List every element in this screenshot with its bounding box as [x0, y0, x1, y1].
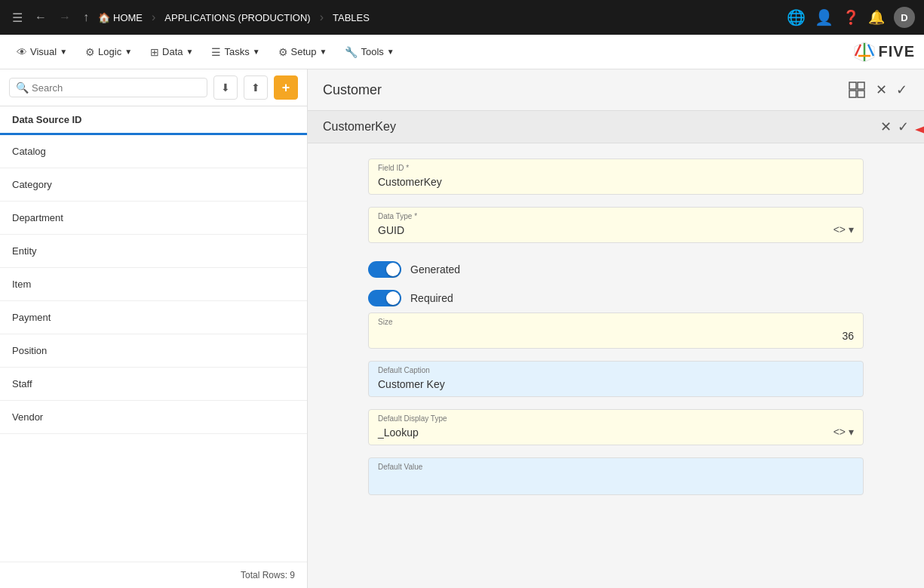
list-item-vendor[interactable]: Vendor: [0, 401, 307, 434]
help-icon[interactable]: ❓: [843, 9, 859, 26]
top-nav: ☰ ← → ↑ 🏠 HOME › APPLICATIONS (PRODUCTIO…: [0, 0, 924, 35]
default-display-type-field[interactable]: Default Display Type _Lookup <> ▾: [368, 409, 864, 445]
grid-icon: [849, 82, 865, 98]
size-label: Size: [378, 318, 392, 326]
menu-data[interactable]: ⊞ Data ▼: [143, 42, 201, 63]
field-id-field[interactable]: Field ID * CustomerKey: [368, 159, 864, 195]
list-item-department[interactable]: Department: [0, 202, 307, 235]
menu-icon[interactable]: ☰: [9, 8, 26, 28]
sidebar-header: Data Source ID: [0, 106, 307, 135]
menu-setup-label: Setup: [291, 46, 317, 57]
chevron-down-icon[interactable]: ▾: [849, 223, 854, 236]
upload-button[interactable]: ⬆: [244, 75, 268, 100]
five-text: FIVE: [879, 43, 915, 60]
back-icon[interactable]: ←: [32, 8, 50, 27]
svg-rect-5: [849, 82, 856, 89]
search-icon: 🔍: [16, 82, 29, 94]
app-label[interactable]: APPLICATIONS (PRODUCTION): [164, 12, 310, 23]
data-type-value: GUID: [378, 224, 404, 236]
menu-visual-label: Visual: [30, 46, 57, 57]
panel-close-icon[interactable]: ✕: [874, 80, 889, 100]
size-field[interactable]: Size 36: [368, 312, 864, 349]
tasks-dropdown-icon: ▼: [253, 48, 260, 56]
eye-icon: 👁: [17, 46, 27, 58]
user-avatar[interactable]: D: [894, 7, 915, 28]
sep2: ›: [320, 11, 324, 24]
sub-panel-header: CustomerKey ✕ ✓: [308, 111, 924, 143]
default-caption-field[interactable]: Default Caption Customer Key: [368, 361, 864, 397]
home-label: HOME: [113, 12, 143, 23]
logic-dropdown-icon: ▼: [124, 48, 132, 56]
support-icon[interactable]: 👤: [815, 8, 833, 26]
size-group: Size 36: [368, 312, 864, 349]
required-toggle[interactable]: [368, 290, 401, 306]
home-link[interactable]: 🏠 HOME: [98, 12, 143, 23]
tools-dropdown-icon: ▼: [387, 48, 394, 56]
list-item-staff[interactable]: Staff: [0, 368, 307, 401]
sub-close-icon[interactable]: ✕: [880, 119, 892, 135]
forward-icon[interactable]: →: [56, 8, 74, 27]
panel-confirm-icon[interactable]: ✓: [895, 80, 909, 100]
add-button[interactable]: +: [274, 75, 298, 100]
five-logo: FIVE: [853, 41, 915, 63]
menu-setup[interactable]: ⚙ Setup ▼: [271, 42, 335, 63]
panel-header-actions: ✕ ✓: [846, 79, 909, 101]
display-type-icons: <> ▾: [833, 426, 854, 438]
default-display-type-group: Default Display Type _Lookup <> ▾: [368, 409, 864, 445]
default-value-field[interactable]: Default Value: [368, 457, 864, 495]
cloud-icon[interactable]: 🌐: [787, 8, 806, 26]
menu-visual[interactable]: 👁 Visual ▼: [9, 42, 75, 63]
sub-panel-title: CustomerKey: [323, 120, 396, 134]
bell-icon[interactable]: 🔔: [868, 9, 885, 26]
logic-icon: ⚙: [85, 46, 95, 58]
grid-view-button[interactable]: [846, 79, 868, 101]
list-item-entity[interactable]: Entity: [0, 235, 307, 268]
menu-tools[interactable]: 🔧 Tools ▼: [337, 42, 401, 63]
list-item-category[interactable]: Category: [0, 168, 307, 202]
sidebar-footer: Total Rows: 9: [0, 562, 307, 588]
field-id-label: Field ID *: [378, 164, 409, 172]
menu-tasks[interactable]: ☰ Tasks ▼: [204, 42, 267, 63]
menu-bar: 👁 Visual ▼ ⚙ Logic ▼ ⊞ Data ▼ ☰ Tasks ▼ …: [0, 35, 924, 69]
data-dropdown-icon: ▼: [186, 48, 194, 56]
setup-dropdown-icon: ▼: [320, 48, 327, 56]
generated-row: Generated: [368, 255, 864, 284]
top-nav-right: 🌐 👤 ❓ 🔔 D: [787, 7, 915, 28]
tables-label: TABLES: [333, 12, 370, 23]
sub-panel-actions: ✕ ✓: [880, 119, 909, 135]
list-item-item[interactable]: Item: [0, 268, 307, 301]
default-value-label: Default Value: [378, 463, 422, 471]
list-item-catalog[interactable]: Catalog: [0, 135, 307, 168]
display-chevron-down-icon[interactable]: ▾: [849, 426, 854, 438]
download-button[interactable]: ⬇: [213, 75, 238, 100]
search-box[interactable]: 🔍: [9, 78, 207, 97]
menu-logic[interactable]: ⚙ Logic ▼: [78, 42, 140, 63]
list-item-payment[interactable]: Payment: [0, 301, 307, 334]
data-type-icons: <> ▾: [833, 223, 854, 236]
visual-dropdown-icon: ▼: [60, 48, 67, 56]
data-type-field[interactable]: Data Type * GUID <> ▾: [368, 207, 864, 243]
default-caption-group: Default Caption Customer Key: [368, 361, 864, 397]
sub-panel: CustomerKey ✕ ✓: [308, 111, 924, 143]
required-label: Required: [410, 292, 453, 304]
search-input[interactable]: [32, 82, 201, 94]
data-type-row: GUID <> ▾: [378, 223, 854, 236]
list-item-position[interactable]: Position: [0, 334, 307, 368]
sep1: ›: [152, 11, 155, 24]
display-code-icon[interactable]: <>: [833, 426, 846, 438]
svg-rect-8: [858, 91, 864, 97]
generated-toggle[interactable]: [368, 261, 401, 278]
field-id-group: Field ID * CustomerKey: [368, 159, 864, 195]
data-type-label: Data Type *: [378, 212, 417, 220]
up-icon[interactable]: ↑: [80, 8, 92, 27]
form-area: Field ID * CustomerKey Data Type * GUID …: [308, 143, 924, 588]
menu-tasks-label: Tasks: [224, 46, 249, 57]
svg-rect-6: [858, 82, 864, 89]
svg-rect-7: [849, 91, 856, 97]
setup-icon: ⚙: [278, 46, 288, 58]
default-display-type-value: _Lookup: [378, 426, 419, 439]
size-value: 36: [378, 330, 854, 342]
tasks-icon: ☰: [211, 46, 221, 58]
sub-confirm-icon[interactable]: ✓: [898, 119, 909, 135]
code-icon[interactable]: <>: [833, 223, 846, 236]
